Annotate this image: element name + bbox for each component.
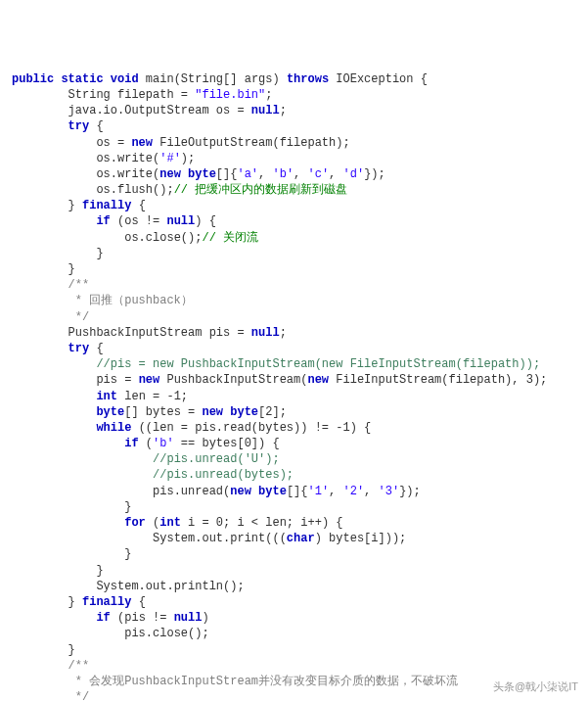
text: ) {: [195, 214, 216, 228]
char-literal: '1': [307, 485, 329, 498]
method-signature: main(String[] args): [139, 72, 287, 86]
text: {: [131, 595, 145, 609]
comment: //pis = new PushbackInputStream(new File…: [12, 357, 540, 371]
text: []{: [287, 485, 308, 498]
text: os =: [12, 136, 131, 150]
char-literal: '#': [159, 152, 181, 165]
text: {: [89, 119, 103, 133]
code-block: public static void main(String[] args) t…: [12, 71, 576, 702]
text: }: [12, 262, 75, 276]
keyword-int: int: [159, 516, 181, 530]
text: == bytes[: [174, 437, 245, 450]
text: [] bytes =: [124, 405, 202, 419]
comment: //pis.unread('U');: [12, 452, 280, 466]
text: }: [12, 199, 82, 212]
number: 1: [174, 390, 181, 403]
text: ): [202, 611, 208, 625]
text: java.io.OutputStream os =: [12, 104, 251, 117]
text: IOException {: [329, 72, 428, 86]
char-literal: 'b': [153, 437, 174, 450]
text: {: [89, 342, 103, 355]
text: [12, 119, 68, 133]
text: pis =: [12, 373, 139, 387]
keyword-new: new: [230, 485, 251, 498]
text: FileOutputStream(filepath);: [153, 136, 350, 150]
keyword-for: for: [124, 516, 146, 530]
keyword-try: try: [68, 342, 90, 355]
text: );: [533, 373, 547, 387]
number: 1: [342, 421, 349, 435]
keyword-new: new: [131, 136, 153, 150]
javadoc: */: [12, 310, 89, 324]
number: 0: [216, 516, 223, 530]
text: pis.unread(: [12, 485, 230, 498]
keyword-null: null: [251, 326, 280, 340]
char-literal: 'c': [308, 167, 330, 181]
text: });: [364, 167, 385, 181]
keyword-finally: finally: [82, 199, 131, 212]
text: [12, 390, 96, 403]
text: ) {: [350, 421, 372, 435]
keyword-try: try: [68, 119, 90, 133]
text: ,: [329, 485, 342, 498]
keyword-static: static: [61, 72, 103, 86]
text: ;: [280, 104, 287, 117]
javadoc: /**: [12, 278, 89, 292]
text: len = -: [117, 390, 174, 403]
text: [12, 405, 96, 419]
char-literal: '2': [343, 485, 365, 498]
javadoc: * 回推（pushback）: [12, 294, 193, 307]
text: });: [399, 485, 421, 498]
text: }: [12, 643, 75, 657]
text: ,: [294, 167, 307, 181]
number: 0: [245, 437, 251, 450]
char-literal: 'a': [237, 167, 258, 181]
keyword-byte: byte: [258, 485, 287, 498]
text: os.flush();: [12, 183, 174, 197]
text: (os !=: [111, 214, 167, 228]
string-literal: "file.bin": [195, 88, 265, 102]
keyword-throws: throws: [287, 72, 329, 86]
char-literal: 'd': [343, 167, 365, 181]
keyword-while: while: [96, 421, 131, 435]
text: os.close();: [12, 231, 202, 245]
text: ((len = pis.read(bytes)) != -: [131, 421, 342, 435]
text: PushbackInputStream(: [159, 373, 307, 387]
comment: //pis.unread(bytes);: [12, 468, 294, 482]
text: }: [12, 564, 104, 578]
text: }: [12, 247, 104, 260]
keyword-byte: byte: [188, 167, 216, 181]
text: [12, 437, 124, 450]
text: ,: [329, 167, 342, 181]
text: ) bytes[i]));: [315, 532, 407, 545]
keyword-byte: byte: [96, 405, 124, 419]
comment: // 把缓冲区内的数据刷新到磁盘: [174, 183, 348, 197]
watermark: 头条@戟小柒说IT: [493, 679, 578, 694]
javadoc: /**: [12, 659, 89, 673]
keyword-new: new: [159, 167, 181, 181]
text: ; i < len; i++) {: [223, 516, 342, 530]
text: PushbackInputStream pis =: [12, 326, 251, 340]
text: ;: [181, 390, 188, 403]
keyword-new: new: [202, 405, 223, 419]
text: String filepath =: [12, 88, 195, 102]
keyword-if: if: [96, 214, 110, 228]
text: [251, 485, 258, 498]
text: }: [12, 595, 82, 609]
javadoc: */: [12, 690, 89, 702]
keyword-null: null: [251, 104, 280, 117]
text: []{: [216, 167, 238, 181]
keyword-new: new: [139, 373, 160, 387]
text: ];: [272, 405, 286, 419]
text: );: [181, 152, 195, 165]
keyword-byte: byte: [230, 405, 258, 419]
text: ,: [364, 485, 378, 498]
text: }: [12, 547, 131, 561]
keyword-char: char: [287, 532, 315, 545]
comment: // 关闭流: [202, 231, 258, 245]
text: [12, 611, 96, 625]
text: os.write(: [12, 167, 159, 181]
text: (: [139, 437, 153, 450]
text: [12, 342, 68, 355]
text: os.write(: [12, 152, 159, 165]
